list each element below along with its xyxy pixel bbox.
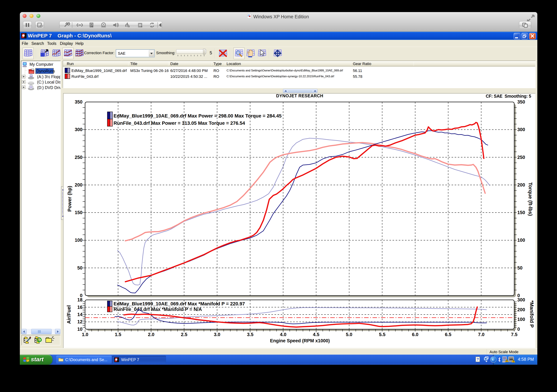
svg-text:200: 200	[517, 307, 525, 312]
svg-text:100: 100	[75, 237, 82, 243]
svg-text:5.0: 5.0	[346, 332, 352, 337]
svg-text:100: 100	[517, 237, 525, 243]
svg-text:6.0: 6.0	[412, 332, 418, 337]
svg-text:vm: vm	[509, 358, 513, 361]
svg-text:250: 250	[517, 155, 525, 160]
svg-text:0: 0	[517, 327, 520, 332]
svg-text:300: 300	[75, 127, 82, 132]
svg-text:50: 50	[77, 265, 82, 270]
svg-text:300: 300	[517, 127, 525, 132]
svg-text:*Manifold P: *Manifold P	[529, 300, 535, 328]
svg-text:RunFile_043.drf Max Power = 31: RunFile_043.drf Max Power = 313.05 Max T…	[114, 120, 245, 126]
svg-text:3.0: 3.0	[214, 332, 220, 337]
svg-text:3.5: 3.5	[247, 332, 254, 337]
svg-text:7.0: 7.0	[478, 332, 484, 337]
svg-text:18: 18	[77, 297, 82, 302]
svg-text:(D:) DVD Drive: (D:) DVD Drive	[37, 85, 60, 90]
svg-text:Torque (ft-lbs): Torque (ft-lbs)	[528, 182, 533, 216]
svg-text:DynoRuns: DynoRuns	[36, 69, 55, 73]
svg-text:EdMay_Blue1999_10AE_069.drf Ma: EdMay_Blue1999_10AE_069.drf Max Power = …	[114, 113, 282, 119]
svg-text:6.5: 6.5	[445, 332, 451, 337]
svg-text:250: 250	[75, 155, 82, 160]
svg-text:1.5: 1.5	[115, 332, 121, 337]
svg-text:300: 300	[517, 297, 525, 302]
svg-text:Power (hp): Power (hp)	[67, 186, 72, 212]
svg-text:14: 14	[77, 312, 82, 317]
svg-text:100: 100	[517, 317, 525, 322]
svg-text:150: 150	[75, 210, 82, 215]
svg-text:(A:) 3½ Floppy: (A:) 3½ Floppy	[37, 74, 60, 79]
svg-text:2.5: 2.5	[181, 332, 187, 337]
svg-text:2.0: 2.0	[148, 332, 155, 337]
svg-text:350: 350	[517, 99, 525, 105]
svg-text:350: 350	[75, 99, 82, 105]
svg-text:DYNOJET RESEARCH: DYNOJET RESEARCH	[276, 93, 323, 98]
svg-text:Air/Fuel: Air/Fuel	[66, 305, 72, 324]
svg-text:My Computer: My Computer	[30, 62, 53, 67]
svg-text:EdMay_Blue1999_10AE_069.drf Ma: EdMay_Blue1999_10AE_069.drf Max *Manifol…	[114, 301, 245, 306]
svg-text:4.5: 4.5	[313, 332, 319, 337]
svg-text:CF: SAE Smoothing: 5: CF: SAE Smoothing: 5	[486, 94, 531, 98]
svg-text:RunFile_043.drf Max *Manifold: RunFile_043.drf Max *Manifold P = N/A	[114, 307, 202, 312]
svg-text:50: 50	[517, 265, 523, 270]
svg-text:16: 16	[77, 305, 82, 310]
svg-text:12: 12	[77, 319, 82, 324]
svg-text:4.0: 4.0	[280, 332, 287, 337]
svg-text:5.5: 5.5	[379, 332, 385, 337]
svg-text:7.5: 7.5	[511, 332, 517, 337]
svg-text:(C:) Local Disk: (C:) Local Disk	[37, 80, 60, 84]
svg-text:10: 10	[77, 327, 82, 332]
svg-text:200: 200	[75, 182, 82, 188]
svg-text:200: 200	[517, 182, 525, 188]
svg-text:1.0: 1.0	[82, 332, 88, 337]
svg-text:Engine Speed (RPM x1000): Engine Speed (RPM x1000)	[270, 338, 330, 343]
svg-text:150: 150	[517, 210, 525, 215]
